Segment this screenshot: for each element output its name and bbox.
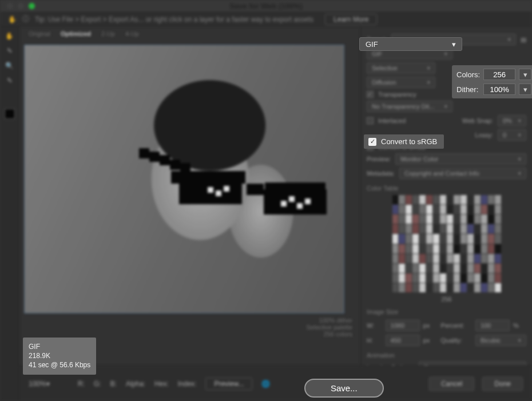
window-titlebar: Save for Web (100%): [0, 0, 532, 13]
quality-select[interactable]: Bicubic▾: [475, 335, 526, 346]
metadata-label: Metadata:: [367, 170, 395, 177]
preview-profile-select[interactable]: Monitor Color▾: [395, 153, 526, 165]
left-tool-strip: ✋ ✎ 🔍 ✎: [0, 26, 19, 401]
color-table-count: 256: [367, 296, 526, 303]
browser-icon[interactable]: 🌐: [261, 380, 270, 388]
interlaced-label: Interlaced: [378, 117, 406, 124]
websnap-select[interactable]: 0%▾: [498, 115, 526, 126]
chevron-down-icon: ▾: [508, 37, 511, 42]
colors-input[interactable]: 256: [483, 69, 515, 80]
info-format: GIF: [29, 342, 90, 351]
format-value: GIF: [366, 40, 378, 49]
preview-button[interactable]: Preview...: [205, 378, 252, 390]
preview-colors-line: 256 colors: [306, 331, 352, 338]
dither-stepper[interactable]: ▾: [519, 84, 531, 95]
tab-original[interactable]: Original: [29, 30, 50, 37]
websnap-label: Web Snap:: [462, 117, 493, 124]
animation-heading: Animation: [367, 352, 526, 359]
zoom-select[interactable]: 100%▾: [29, 380, 69, 388]
tab-optimized[interactable]: Optimized: [61, 30, 91, 37]
info-icon: ⓘ: [22, 14, 29, 24]
colors-stepper[interactable]: ▾: [519, 69, 531, 80]
info-size: 218.9K: [29, 351, 90, 360]
dither-label: Dither:: [456, 85, 480, 94]
tip-strip: ✋ ⓘ Tip: Use File > Export > Export As..…: [0, 13, 532, 26]
learn-more-button[interactable]: Learn More: [325, 14, 377, 25]
dither-input[interactable]: 100%: [483, 84, 515, 95]
bottom-bar: 100%▾ R: G: B: Alpha: Hex: Index: Previe…: [19, 366, 532, 401]
chevron-down-icon: ▾: [452, 40, 456, 49]
dither-alg-select[interactable]: Diffusion▾: [367, 77, 435, 88]
minimize-window-icon[interactable]: [18, 3, 24, 9]
info-timing: 41 sec @ 56.6 Kbps: [29, 360, 90, 370]
convert-srgb-callout: ✓ Convert to sRGB: [364, 134, 444, 149]
hand-icon: ✋: [8, 15, 17, 23]
percent-input[interactable]: 100: [475, 320, 510, 331]
transparency-label: Transparency: [378, 91, 416, 98]
file-info-callout: GIF 218.9K 41 sec @ 56.6 Kbps: [23, 338, 96, 375]
chevron-down-icon: ▾: [523, 70, 527, 79]
preview-palette-line: Selective palette: [306, 324, 352, 331]
zoom-tool-icon[interactable]: 🔍: [5, 62, 14, 70]
eyedropper-tool-icon[interactable]: ✎: [7, 77, 13, 85]
preview-label: Preview:: [367, 156, 391, 162]
image-preview[interactable]: [24, 45, 344, 313]
chevron-down-icon: ▾: [523, 85, 527, 94]
foreground-swatch[interactable]: [5, 109, 15, 119]
tab-2up[interactable]: 2-Up: [101, 30, 115, 37]
convert-srgb-label: Convert to sRGB: [381, 137, 437, 146]
tab-4up[interactable]: 4-Up: [125, 30, 139, 37]
height-input[interactable]: 450: [386, 335, 420, 346]
preview-footer: 100% dither Selective palette 256 colors: [22, 313, 358, 340]
convert-srgb-checkbox[interactable]: ✓: [368, 138, 376, 146]
metadata-select[interactable]: Copyright and Contact Info▾: [399, 168, 526, 179]
slice-tool-icon[interactable]: ✎: [7, 47, 13, 55]
matte-select[interactable]: No Transparency Dit...▾: [367, 101, 452, 112]
close-window-icon[interactable]: [7, 3, 13, 9]
preview-tabs: Original Optimized 2-Up 4-Up: [19, 26, 360, 41]
window-title: Save for Web (100%): [0, 2, 532, 10]
cancel-button[interactable]: Cancel: [429, 377, 474, 391]
reduction-select[interactable]: Selective▾: [367, 62, 435, 74]
interlaced-checkbox[interactable]: [367, 117, 374, 124]
lossy-input[interactable]: 0▾: [498, 129, 526, 141]
done-button[interactable]: Done: [482, 377, 523, 391]
preset-menu-icon[interactable]: ▤: [521, 36, 526, 43]
save-button[interactable]: Save...: [304, 379, 384, 398]
color-table[interactable]: [392, 195, 501, 292]
color-table-heading: Color Table: [367, 185, 526, 192]
colors-dither-callout: Colors: 256 ▾ Dither: 100% ▾: [452, 65, 532, 98]
colors-label: Colors:: [456, 70, 480, 79]
zoom-window-icon[interactable]: [29, 3, 35, 9]
image-size-heading: Image Size: [367, 308, 526, 315]
tip-text: Tip: Use File > Export > Export As... or…: [35, 15, 313, 23]
format-select[interactable]: GIF ▾: [359, 37, 462, 51]
width-input[interactable]: 1080: [386, 320, 420, 331]
lossy-label: Lossy:: [475, 132, 493, 138]
transparency-checkbox[interactable]: ✓: [367, 91, 374, 98]
preview-dither-line: 100% dither: [306, 317, 352, 324]
hand-tool-icon[interactable]: ✋: [5, 32, 14, 40]
